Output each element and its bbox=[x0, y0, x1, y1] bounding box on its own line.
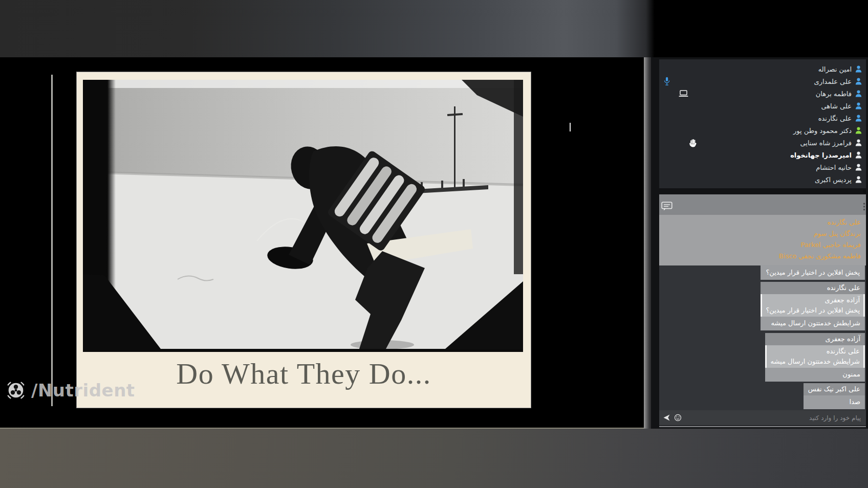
participant-row[interactable]: پردیس اکبری bbox=[659, 173, 863, 186]
background-video-top bbox=[0, 0, 868, 57]
person-icon bbox=[855, 78, 862, 85]
person-icon bbox=[855, 139, 862, 146]
participant-row[interactable]: علی شاهی bbox=[659, 100, 863, 112]
participant-name: فرامرز شاه سنایی bbox=[800, 139, 852, 147]
quote-text: شرایطش خدمتتون ارسال میشه bbox=[770, 357, 860, 367]
chat-panel: علی نگارنده برندگان پنل سوم فریماه حاجبی… bbox=[659, 194, 866, 427]
announcement-line: فاطمه مشکوری نجفی Bisco bbox=[664, 251, 861, 262]
message-text: ممنون bbox=[765, 368, 865, 382]
chat-message: علی نگارنده آزاده جعفری پخش افلاین در اخ… bbox=[761, 282, 865, 330]
participant-row[interactable]: امیرصدرا جهانخواه bbox=[659, 149, 863, 161]
participants-panel: امین نصراله علی علمداری فاطمه برهان علی … bbox=[659, 59, 866, 188]
raised-hand-icon bbox=[689, 139, 697, 147]
chat-input-bar bbox=[659, 410, 866, 426]
watermark: /Nutrident bbox=[5, 380, 135, 401]
participant-name: پردیس اکبری bbox=[815, 176, 852, 184]
slide-screen-edge bbox=[51, 75, 53, 406]
participant-row[interactable]: دکتر محمود وطن پور bbox=[659, 124, 863, 137]
scrollbar-thumb[interactable] bbox=[863, 190, 866, 193]
participant-name: علی نگارنده bbox=[818, 115, 852, 122]
panel-divider[interactable] bbox=[644, 57, 651, 429]
participant-name: علی علمداری bbox=[814, 78, 852, 85]
watermark-brand: /Nutrident bbox=[31, 380, 135, 401]
quote-text: پخش افلاین در اختیار قرار میدین؟ bbox=[766, 305, 860, 316]
participant-row[interactable]: امین نصراله bbox=[659, 63, 863, 75]
microphone-active-icon bbox=[664, 77, 670, 86]
participant-name: امیرصدرا جهانخواه bbox=[790, 151, 852, 159]
quoted-message: آزاده جعفری پخش افلاین در اختیار قرار می… bbox=[761, 294, 865, 317]
participant-name: امین نصراله bbox=[818, 65, 852, 73]
send-icon[interactable] bbox=[663, 414, 670, 421]
participant-row[interactable]: علی علمداری bbox=[659, 75, 863, 87]
chat-header bbox=[659, 194, 866, 215]
participant-name: علی شاهی bbox=[821, 102, 852, 110]
chat-message: علی اکبر نیک نفس صدا bbox=[804, 383, 865, 409]
emoji-icon[interactable] bbox=[674, 414, 682, 422]
webinar-window: Do What They Do... /Nutrident امین نصرال… bbox=[0, 0, 868, 488]
person-icon bbox=[855, 164, 862, 171]
person-icon bbox=[855, 176, 862, 183]
participant-name: فاطمه برهان bbox=[816, 90, 852, 98]
chat-announcement: علی نگارنده برندگان پنل سوم فریماه حاجبی… bbox=[659, 215, 866, 265]
chat-message-area: علی نگارنده برندگان پنل سوم فریماه حاجبی… bbox=[659, 215, 866, 410]
message-text: صدا bbox=[804, 395, 865, 409]
person-icon bbox=[855, 115, 862, 122]
announcement-line: فریماه حاجبی Parkel bbox=[664, 239, 861, 251]
message-sender: آزاده جعفری bbox=[765, 333, 865, 345]
photo-bottom-bar bbox=[83, 349, 523, 352]
chat-message-input[interactable] bbox=[685, 414, 862, 422]
text-cursor bbox=[570, 123, 571, 131]
film-still-illustration bbox=[83, 80, 523, 349]
participant-name: دکتر محمود وطن پور bbox=[793, 127, 852, 135]
participant-name: حانیه احتشام bbox=[816, 164, 852, 171]
chat-bubble-icon[interactable] bbox=[661, 202, 672, 213]
quote-sender: آزاده جعفری bbox=[766, 295, 860, 305]
chat-menu-icon[interactable] bbox=[863, 203, 865, 213]
quote-sender: علی نگارنده bbox=[770, 346, 860, 357]
slide-caption: Do What They Do... bbox=[77, 357, 531, 391]
person-icon bbox=[855, 151, 862, 159]
participant-row[interactable]: حانیه احتشام bbox=[659, 161, 863, 173]
participant-row[interactable]: علی نگارنده bbox=[659, 112, 863, 124]
announcement-line: برندگان پنل سوم bbox=[664, 228, 861, 239]
slide-photo bbox=[83, 80, 523, 349]
message-sender: علی اکبر نیک نفس bbox=[804, 383, 865, 395]
background-video-bottom bbox=[0, 429, 868, 488]
message-text: پخش افلاین در اختیار قرار میدین؟ bbox=[761, 265, 865, 280]
message-sender: علی نگارنده bbox=[761, 282, 865, 294]
quoted-message: علی نگارنده شرایطش خدمتتون ارسال میشه bbox=[765, 345, 865, 368]
participant-row[interactable]: فاطمه برهان bbox=[659, 87, 863, 100]
message-text: شرایطش خدمتتون ارسال میشه bbox=[761, 317, 865, 330]
person-icon bbox=[855, 65, 862, 73]
film-reel-icon bbox=[5, 380, 27, 401]
participants-list: امین نصراله علی علمداری فاطمه برهان علی … bbox=[659, 59, 866, 188]
announcement-sender: علی نگارنده bbox=[664, 217, 861, 228]
slide: Do What They Do... bbox=[77, 72, 531, 408]
person-icon-presenter bbox=[855, 127, 862, 134]
person-icon bbox=[855, 90, 862, 97]
right-column: امین نصراله علی علمداری فاطمه برهان علی … bbox=[651, 57, 868, 429]
person-icon bbox=[855, 102, 862, 109]
screen-share-icon bbox=[679, 90, 688, 97]
chat-message: پخش افلاین در اختیار قرار میدین؟ bbox=[761, 265, 865, 280]
chat-message: آزاده جعفری علی نگارنده شرایطش خدمتتون ا… bbox=[765, 333, 865, 382]
